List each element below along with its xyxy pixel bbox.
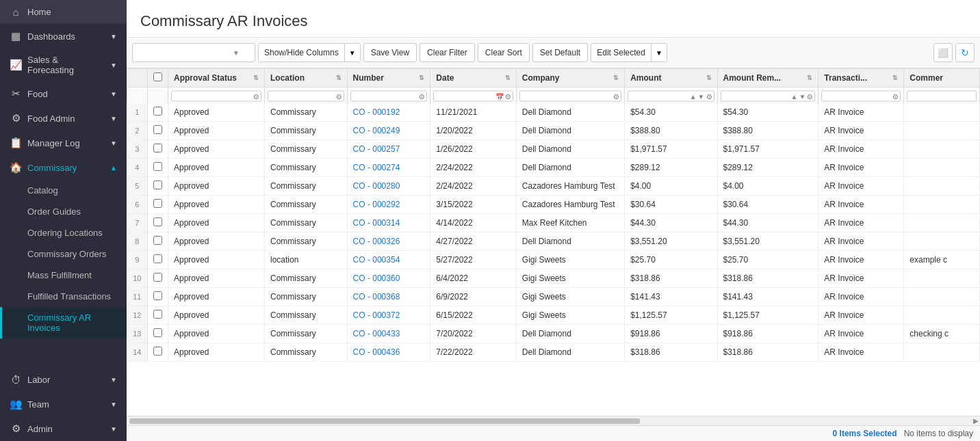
filter-icon[interactable]: ⊙ [807,92,812,100]
filter-approval-status[interactable]: ⊙ [168,88,265,104]
row-checkbox-cell[interactable] [148,140,168,159]
sort-arrow-icon[interactable]: ⇅ [336,75,341,81]
col-header-comment[interactable]: Commer [904,69,980,88]
row-checkbox-cell[interactable] [148,196,168,214]
row-select-checkbox[interactable] [153,310,162,319]
cell-number[interactable]: CO - 000436 [347,343,430,362]
filter-transaction-input[interactable] [824,92,891,101]
col-header-transaction[interactable]: Transacti... ⇅ [818,69,904,88]
cell-number[interactable]: CO - 000314 [347,214,430,232]
table-row[interactable]: 5ApprovedCommissaryCO - 0002802/24/2022C… [127,177,980,196]
horizontal-scrollbar[interactable]: ▶ [127,416,980,425]
row-checkbox-cell[interactable] [148,288,168,306]
edit-selected-arrow[interactable]: ▼ [651,44,667,62]
scrollbar-thumb[interactable] [129,418,640,424]
sidebar-item-commissary-orders[interactable]: Commissary Orders [0,243,127,265]
show-hide-columns-button[interactable]: Show/Hide Columns ▼ [258,43,361,62]
sidebar-item-catalog[interactable]: Catalog [0,180,127,201]
row-select-checkbox[interactable] [153,273,162,282]
sidebar-item-order-guides[interactable]: Order Guides [0,201,127,222]
table-row[interactable]: 8ApprovedCommissaryCO - 0003264/27/2022D… [127,232,980,251]
sort-arrow-icon[interactable]: ⇅ [253,75,259,81]
sidebar-item-sales[interactable]: 📈 Sales & Forecasting ▼ [0,49,127,81]
row-select-checkbox[interactable] [153,236,162,245]
table-row[interactable]: 7ApprovedCommissaryCO - 0003144/14/2022M… [127,214,980,232]
table-row[interactable]: 4ApprovedCommissaryCO - 0002742/24/2022D… [127,159,980,177]
cell-number[interactable]: CO - 000360 [347,269,430,288]
row-select-checkbox[interactable] [153,254,162,263]
stepper-down-icon[interactable]: ▼ [799,92,805,100]
row-select-checkbox[interactable] [153,162,162,171]
cell-number[interactable]: CO - 000354 [347,251,430,269]
row-checkbox-cell[interactable] [148,232,168,251]
sidebar-item-food[interactable]: ✂ Food ▼ [0,81,127,106]
row-select-checkbox[interactable] [153,199,162,208]
set-default-button[interactable]: Set Default [532,43,588,62]
row-select-checkbox[interactable] [153,144,162,152]
filter-amount[interactable]: ▲ ▼ ⊙ [625,88,717,104]
edit-selected-button[interactable]: Edit Selected ▼ [591,43,667,62]
sort-arrow-icon[interactable]: ⇅ [807,75,812,81]
sidebar-item-dashboards[interactable]: ▦ Dashboards ▼ [0,24,127,49]
filter-icon[interactable]: ⊙ [892,92,898,100]
filter-amount-rem-input[interactable] [723,92,790,101]
filter-number-input[interactable] [353,92,418,101]
link-number[interactable]: CO - 000292 [353,200,400,209]
cell-number[interactable]: CO - 000249 [347,122,430,140]
filter-icon[interactable]: ⊙ [505,92,511,100]
row-select-checkbox[interactable] [153,291,162,300]
filter-number[interactable]: ⊙ [347,88,430,104]
sidebar-item-ordering-locations[interactable]: Ordering Locations [0,222,127,243]
cell-number[interactable]: CO - 000274 [347,159,430,177]
table-row[interactable]: 9ApprovedlocationCO - 0003545/27/2022Gig… [127,251,980,269]
cell-number[interactable]: CO - 000372 [347,306,430,325]
link-number[interactable]: CO - 000433 [353,329,400,338]
clear-sort-button[interactable]: Clear Sort [478,43,530,62]
cell-number[interactable]: CO - 000433 [347,325,430,343]
link-number[interactable]: CO - 000326 [353,237,400,246]
show-hide-columns-arrow[interactable]: ▼ [344,44,360,62]
cell-number[interactable]: CO - 000292 [347,196,430,214]
link-number[interactable]: CO - 000314 [353,218,400,228]
search-input[interactable] [137,48,233,57]
filter-amount-rem[interactable]: ▲ ▼ ⊙ [717,88,818,104]
sort-arrow-icon[interactable]: ⇅ [419,75,424,81]
cell-number[interactable]: CO - 000368 [347,288,430,306]
filter-location-input[interactable] [270,92,335,101]
filter-icon[interactable]: ⊙ [419,92,424,100]
link-number[interactable]: CO - 000274 [353,163,400,172]
show-hide-columns-main[interactable]: Show/Hide Columns [259,44,344,62]
select-all-checkbox[interactable] [153,72,162,81]
export-icon-button[interactable]: ⬜ [933,43,953,62]
row-checkbox-cell[interactable] [148,306,168,325]
table-row[interactable]: 2ApprovedCommissaryCO - 0002491/20/2022D… [127,122,980,140]
col-header-amount[interactable]: Amount ⇅ [625,69,717,88]
sort-arrow-icon[interactable]: ⇅ [706,75,712,81]
sidebar-item-mass-fulfillment[interactable]: Mass Fulfillment [0,265,127,286]
filter-date-input[interactable] [436,92,494,101]
col-header-location[interactable]: Location ⇅ [264,69,347,88]
edit-selected-main[interactable]: Edit Selected [591,44,651,62]
sidebar-item-labor[interactable]: ⏱ Labor ▼ [0,368,127,392]
row-checkbox-cell[interactable] [148,214,168,232]
sort-arrow-icon[interactable]: ⇅ [613,75,619,81]
link-number[interactable]: CO - 000372 [353,310,400,320]
row-checkbox-cell[interactable] [148,159,168,177]
row-checkbox-cell[interactable] [148,122,168,140]
stepper-up-icon[interactable]: ▲ [690,92,697,100]
col-header-date[interactable]: Date ⇅ [430,69,517,88]
row-checkbox-cell[interactable] [148,269,168,288]
filter-company[interactable]: ⊙ [516,88,624,104]
col-header-approval-status[interactable]: Approval Status ⇅ [168,69,265,88]
row-select-checkbox[interactable] [153,217,162,226]
filter-icon[interactable]: ⊙ [336,92,341,100]
row-checkbox-cell[interactable] [148,103,168,122]
row-checkbox-cell[interactable] [148,325,168,343]
filter-icon[interactable]: ⊙ [253,92,259,100]
filter-location[interactable]: ⊙ [264,88,347,104]
sidebar-item-commissary-ar-invoices[interactable]: Commissary AR Invoices [0,307,127,338]
sidebar-item-commissary[interactable]: 🏠 Commissary ▲ [0,155,127,180]
link-number[interactable]: CO - 000192 [353,107,400,117]
link-number[interactable]: CO - 000368 [353,292,400,302]
filter-icon[interactable]: ⊙ [706,92,712,100]
